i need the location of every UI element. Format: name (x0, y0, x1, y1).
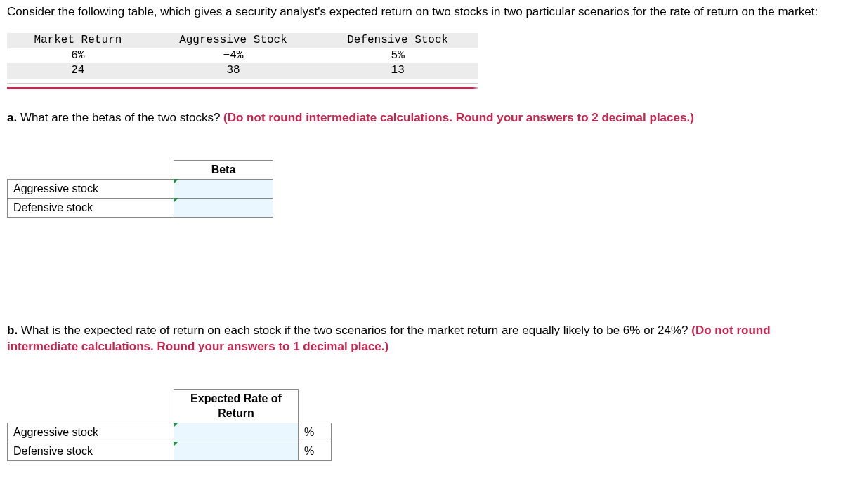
beta-table: Beta Aggressive stock Defensive stock (7, 160, 273, 218)
return-aggressive-input[interactable] (174, 423, 298, 442)
question-a: a. What are the betas of the two stocks?… (7, 110, 836, 126)
intro-text: Consider the following table, which give… (7, 4, 836, 20)
col-market: Market Return (7, 33, 149, 48)
spacer-cell (8, 160, 174, 179)
table-row: Defensive stock % (8, 442, 332, 460)
table-row: Aggressive stock (8, 179, 273, 198)
unit-percent: % (299, 442, 332, 460)
table-row: 6% −4% 5% (7, 48, 478, 64)
col-defensive: Defensive Stock (318, 33, 478, 48)
return-defensive-cell[interactable] (174, 442, 299, 460)
table-row: Defensive stock (8, 198, 273, 217)
return-table: Expected Rate of Return Aggressive stock… (7, 389, 332, 461)
input-marker-icon (174, 198, 178, 203)
part-b-question: What is the expected rate of return on e… (18, 324, 691, 337)
row-label-aggressive: Aggressive stock (8, 423, 174, 442)
beta-aggressive-cell[interactable] (174, 179, 273, 198)
beta-header: Beta (174, 160, 273, 179)
cell-defensive: 5% (318, 48, 478, 64)
return-defensive-input[interactable] (174, 442, 298, 460)
table-rule (7, 83, 478, 84)
input-marker-icon (174, 423, 178, 427)
table-accent-rule (7, 87, 478, 89)
part-a-hint: (Do not round intermediate calculations.… (223, 111, 694, 124)
row-label-defensive: Defensive stock (8, 198, 174, 217)
return-aggressive-cell[interactable] (174, 423, 299, 442)
question-b: b. What is the expected rate of return o… (7, 323, 836, 355)
row-label-defensive: Defensive stock (8, 442, 174, 460)
row-label-aggressive: Aggressive stock (8, 179, 174, 198)
beta-defensive-input[interactable] (174, 199, 273, 217)
unit-percent: % (299, 423, 332, 442)
input-marker-icon (174, 179, 178, 184)
beta-defensive-cell[interactable] (174, 198, 273, 217)
part-b-label: b. (7, 324, 18, 337)
table-row: Aggressive stock % (8, 423, 332, 442)
col-aggressive: Aggressive Stock (149, 33, 318, 48)
beta-aggressive-input[interactable] (174, 180, 273, 198)
cell-market: 6% (7, 48, 149, 64)
spacer-cell (299, 389, 332, 423)
cell-defensive: 13 (318, 63, 478, 79)
scenario-table: Market Return Aggressive Stock Defensive… (7, 33, 478, 79)
cell-market: 24 (7, 63, 149, 79)
table-row: 24 38 13 (7, 63, 478, 79)
cell-aggressive: −4% (149, 48, 318, 64)
return-header: Expected Rate of Return (174, 389, 299, 423)
spacer-cell (8, 389, 174, 423)
cell-aggressive: 38 (149, 63, 318, 79)
part-a-question: What are the betas of the two stocks? (17, 111, 223, 124)
part-a-label: a. (7, 111, 17, 124)
input-marker-icon (174, 442, 178, 446)
